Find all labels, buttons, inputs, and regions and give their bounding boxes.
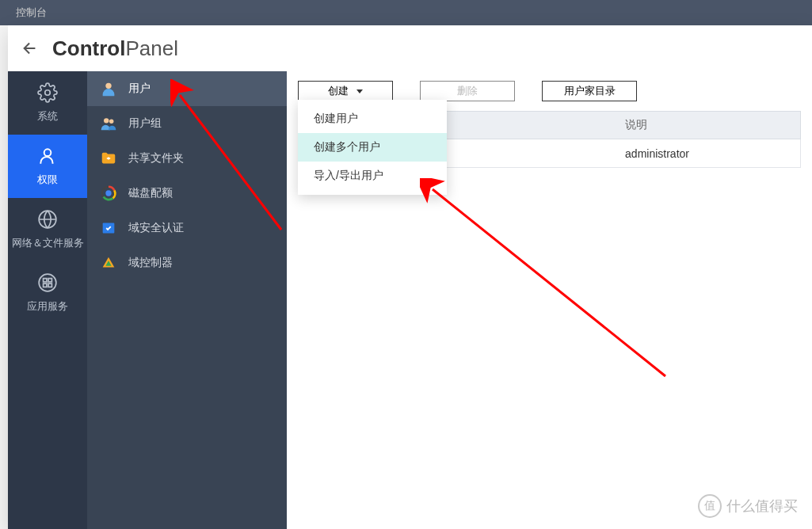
- svg-rect-5: [48, 279, 51, 282]
- svg-point-1: [44, 149, 51, 156]
- svg-point-12: [105, 190, 111, 196]
- menu-item-sharedfolders[interactable]: 共享文件夹: [87, 141, 287, 176]
- person-icon: [100, 80, 117, 97]
- dropdown-import-export-users[interactable]: 导入/导出用户: [298, 162, 447, 190]
- window-body: 系统 权限 网络＆文件服务 应用服务: [8, 71, 812, 529]
- svg-point-10: [109, 120, 114, 124]
- svg-rect-6: [44, 284, 47, 287]
- globe-icon: [37, 209, 58, 230]
- menu-label: 磁盘配额: [128, 186, 173, 200]
- menu-item-domaincontroller[interactable]: 域控制器: [87, 245, 287, 280]
- user-icon: [37, 146, 58, 166]
- icon-sidebar: 系统 权限 网络＆文件服务 应用服务: [8, 71, 87, 529]
- apps-icon: [37, 272, 58, 293]
- create-dropdown: 创建用户 创建多个用户 导入/导出用户: [298, 100, 447, 195]
- menu-sidebar: 用户 用户组 共享文件夹 磁盘配额: [87, 71, 287, 529]
- svg-rect-4: [44, 279, 47, 282]
- menu-item-domainsecurity[interactable]: 域安全认证: [87, 211, 287, 245]
- os-topbar: 控制台: [0, 0, 812, 25]
- watermark: 值 什么值得买: [698, 494, 798, 518]
- dropdown-create-user[interactable]: 创建用户: [298, 105, 447, 133]
- topbar-title: 控制台: [16, 6, 47, 20]
- sidebar-label: 权限: [37, 173, 58, 187]
- menu-label: 用户: [128, 82, 151, 96]
- window-header: ControlPanel: [8, 25, 812, 71]
- dropdown-create-multiple-users[interactable]: 创建多个用户: [298, 133, 447, 162]
- watermark-text: 什么值得买: [726, 497, 798, 516]
- sidebar-item-permissions[interactable]: 权限: [8, 135, 87, 198]
- sidebar-item-system[interactable]: 系统: [8, 71, 87, 135]
- shield-icon: [100, 219, 117, 237]
- gear-icon: [37, 82, 58, 103]
- svg-point-9: [104, 118, 109, 123]
- delete-button[interactable]: 删除: [420, 81, 515, 101]
- create-button[interactable]: 创建: [298, 81, 393, 101]
- group-icon: [100, 115, 117, 132]
- watermark-icon: 值: [698, 494, 722, 518]
- svg-point-8: [105, 83, 111, 89]
- svg-point-3: [39, 274, 56, 291]
- control-panel-window: ControlPanel 系统 权限 网络＆文件服: [8, 25, 812, 529]
- menu-label: 域控制器: [128, 256, 173, 270]
- menu-label: 域安全认证: [128, 221, 184, 235]
- sidebar-item-network[interactable]: 网络＆文件服务: [8, 198, 87, 261]
- menu-item-users[interactable]: 用户: [87, 71, 287, 106]
- back-button[interactable]: [19, 37, 41, 59]
- controller-icon: [100, 254, 117, 272]
- sidebar-label: 网络＆文件服务: [12, 236, 84, 250]
- menu-label: 用户组: [128, 116, 162, 131]
- menu-item-diskquota[interactable]: 磁盘配额: [87, 176, 287, 211]
- sidebar-label: 应用服务: [27, 299, 68, 314]
- folder-icon: [100, 150, 117, 167]
- col-header-desc[interactable]: 说明: [616, 118, 800, 132]
- svg-point-0: [45, 90, 51, 96]
- menu-item-usergroups[interactable]: 用户组: [87, 106, 287, 141]
- caret-down-icon: [356, 89, 363, 93]
- cell-desc: administrator: [616, 147, 800, 160]
- sidebar-item-appservices[interactable]: 应用服务: [8, 261, 87, 325]
- quota-icon: [100, 185, 117, 202]
- main-content: 创建 删除 用户家目录 创建用户 创建多个用户 导入/导出用户 说明: [287, 71, 812, 529]
- menu-label: 共享文件夹: [128, 151, 184, 166]
- sidebar-label: 系统: [37, 109, 58, 124]
- window-title: ControlPanel: [52, 36, 178, 61]
- userhome-button[interactable]: 用户家目录: [542, 81, 637, 101]
- svg-rect-7: [48, 284, 51, 287]
